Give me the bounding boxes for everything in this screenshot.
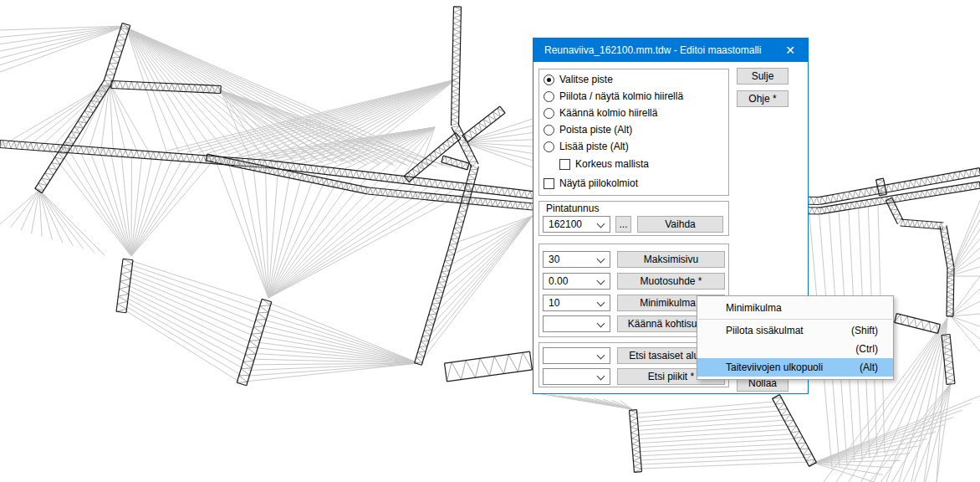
radio-label: Piilota / näytä kolmio hiirellä [559, 90, 683, 102]
menu-item-label: Taiteviivojen ulkopuoli [726, 362, 823, 373]
pintatunnus-label: Pintatunnus [544, 203, 600, 214]
radio-icon [544, 125, 554, 136]
chevron-down-icon[interactable] [597, 255, 605, 264]
maksimisivu-button[interactable]: Maksimisivu [617, 251, 725, 268]
radio-icon [544, 74, 554, 85]
radio-lisaa-piste[interactable]: Lisää piste (Alt) [544, 138, 629, 155]
close-icon[interactable]: ✕ [773, 38, 808, 62]
dialog-title: Reunaviiva_162100.mm.tdw - Editoi maasto… [544, 44, 761, 56]
radio-label: Käännä kolmio hiirellä [559, 107, 657, 119]
maksimisivu-value: 30 [549, 254, 559, 265]
chevron-down-icon[interactable] [597, 299, 605, 307]
terrain-tin-drawing[interactable] [0, 0, 980, 482]
menu-item-shortcut: (Shift) [851, 325, 878, 336]
chevron-down-icon[interactable] [597, 351, 605, 360]
checkbox-label: Korkeus mallista [575, 158, 649, 170]
context-menu: Minimikulma Piilota sisäkulmat (Shift) (… [697, 295, 894, 380]
etsi-tasaiset-combobox[interactable] [543, 347, 610, 364]
menu-separator [698, 319, 892, 320]
menu-item-piilota-sisakulmat[interactable]: Piilota sisäkulmat (Shift) [697, 321, 893, 340]
application-viewport: Reunaviiva_162100.mm.tdw - Editoi maasto… [0, 0, 980, 482]
minimikulma-combobox[interactable]: 10 [543, 295, 610, 311]
pintatunnus-value: 162100 [549, 218, 582, 230]
chevron-down-icon[interactable] [597, 320, 605, 328]
muotosuhde-combobox[interactable]: 0.00 [543, 273, 610, 290]
menu-item-ctrl[interactable]: (Ctrl) [697, 340, 893, 358]
radio-icon [544, 91, 554, 102]
ohje-button[interactable]: Ohje * [737, 90, 789, 107]
radio-piilota-nayta-kolmio[interactable]: Piilota / näytä kolmio hiirellä [544, 88, 683, 105]
menu-item-shortcut: (Alt) [860, 362, 878, 373]
kaanna-kohtisuorat-combobox[interactable] [543, 315, 610, 332]
radio-label: Poista piste (Alt) [559, 124, 632, 136]
browse-button[interactable]: ... [615, 216, 631, 233]
menu-item-label: Minimikulma [726, 302, 782, 314]
muotosuhde-value: 0.00 [549, 275, 568, 287]
chevron-down-icon[interactable] [597, 277, 605, 285]
maksimisivu-combobox[interactable]: 30 [543, 251, 610, 268]
chevron-down-icon[interactable] [597, 220, 605, 228]
checkbox-icon [544, 178, 554, 189]
vaihda-button[interactable]: Vaihda [637, 216, 723, 233]
radio-label: Lisää piste (Alt) [559, 141, 629, 152]
checkbox-icon [559, 159, 570, 170]
sulje-button[interactable]: Sulje [737, 68, 789, 85]
checkbox-korkeus-mallista[interactable]: Korkeus mallista [559, 156, 649, 172]
etsi-piikit-combobox[interactable] [543, 368, 610, 385]
menu-item-label: Piilota sisäkulmat [726, 325, 804, 336]
muotosuhde-button[interactable]: Muotosuhde * [617, 273, 725, 290]
menu-item-minimikulma[interactable]: Minimikulma [697, 299, 893, 317]
radio-valitse-piste[interactable]: Valitse piste [544, 71, 613, 88]
pintatunnus-combobox[interactable]: 162100 [543, 216, 610, 233]
checkbox-label: Näytä piilokolmiot [559, 177, 638, 189]
radio-kaanna-kolmio[interactable]: Käännä kolmio hiirellä [544, 105, 657, 121]
radio-icon [544, 108, 554, 119]
checkbox-nayta-piilokolmiot[interactable]: Näytä piilokolmiot [544, 175, 638, 192]
menu-item-shortcut: (Ctrl) [855, 343, 878, 355]
dialog-titlebar[interactable]: Reunaviiva_162100.mm.tdw - Editoi maasto… [533, 38, 808, 62]
radio-icon [544, 141, 554, 152]
menu-item-taiteviivojen-ulkopuoli[interactable]: Taiteviivojen ulkopuoli (Alt) [697, 358, 893, 377]
radio-label: Valitse piste [559, 74, 613, 85]
radio-poista-piste[interactable]: Poista piste (Alt) [544, 121, 632, 138]
minimikulma-value: 10 [549, 297, 559, 309]
chevron-down-icon[interactable] [597, 372, 605, 381]
